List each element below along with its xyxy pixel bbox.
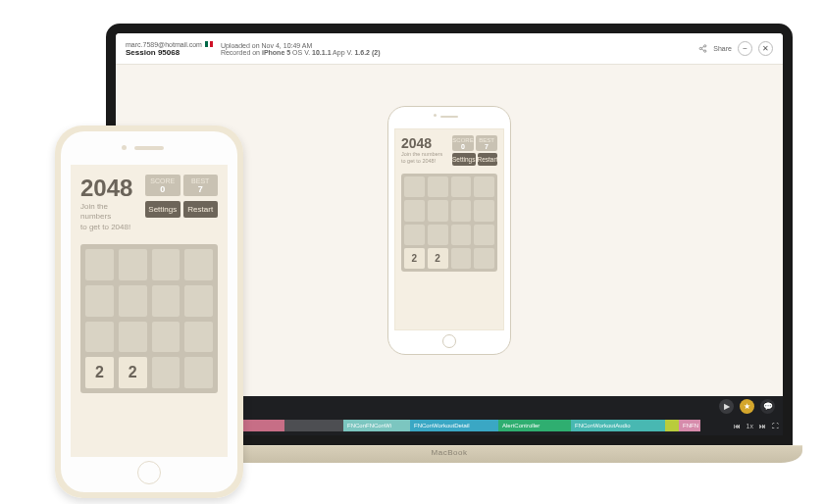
board-cell: 2	[85, 357, 114, 388]
minimize-button[interactable]: −	[738, 41, 752, 56]
session-header: marc.7589@hotmail.com Session 95068 Uplo…	[116, 33, 783, 65]
tile: 2	[85, 357, 114, 388]
timeline-segment[interactable]: FNFN	[679, 420, 700, 431]
board-cell: 2	[428, 248, 448, 269]
best-box: BEST 7	[476, 135, 497, 151]
board-cell	[152, 285, 180, 317]
board-cell	[184, 285, 213, 317]
timeline-segment[interactable]	[665, 420, 679, 431]
board-cell	[85, 322, 114, 353]
svg-line-3	[702, 46, 705, 48]
device-camera-icon	[122, 145, 127, 150]
best-box: BEST 7	[183, 175, 219, 196]
board-cell: 2	[404, 248, 425, 269]
timeline-segment[interactable]: AlertController	[498, 420, 571, 431]
board-cell	[451, 176, 472, 197]
board-cell	[474, 200, 494, 221]
board-cell	[184, 322, 213, 353]
board-cell	[428, 225, 448, 245]
device-home-button	[137, 461, 161, 484]
tile: 2	[404, 248, 425, 269]
device-mockup: 2048 Join the numbers to get to 2048! SC…	[55, 126, 243, 498]
board-cell	[152, 249, 180, 280]
fullscreen-button[interactable]: ⛶	[772, 423, 779, 429]
restart-button[interactable]: Restart	[478, 153, 498, 166]
svg-point-1	[699, 47, 701, 49]
board-cell	[404, 176, 425, 197]
board-cell	[119, 249, 147, 280]
board-cell	[474, 225, 494, 245]
board-cell	[474, 176, 494, 197]
tile: 2	[428, 248, 448, 269]
board-cell: 2	[119, 357, 147, 388]
board-cell	[184, 357, 213, 388]
settings-button[interactable]: Settings	[145, 201, 180, 218]
timeline-segment[interactable]	[284, 420, 343, 431]
close-button[interactable]: ✕	[758, 41, 773, 56]
board-cell	[451, 225, 472, 245]
board-cell	[119, 322, 147, 353]
timeline-segment[interactable]: FNConFNConWi	[343, 420, 410, 431]
comment-button[interactable]: 💬	[760, 399, 775, 414]
skip-forward-button[interactable]: ⏭	[759, 423, 766, 429]
preview-device-screen: 2048 Join the numbers to get to 2048! SC…	[394, 128, 504, 330]
game-title: 2048	[401, 135, 448, 151]
board-cell	[152, 357, 180, 388]
board-cell	[119, 285, 147, 317]
recorded-details: Recorded on iPhone 5 OS V. 10.1.1 App V.…	[221, 49, 691, 56]
preview-device-frame: 2048 Join the numbers to get to 2048! SC…	[387, 106, 511, 355]
restart-button[interactable]: Restart	[183, 201, 219, 218]
device-screen: 2048 Join the numbers to get to 2048! SC…	[71, 165, 228, 457]
svg-point-2	[704, 50, 706, 52]
country-flag-icon	[205, 41, 213, 47]
game-board[interactable]: 22	[401, 174, 497, 272]
board-cell	[404, 200, 425, 221]
share-icon[interactable]	[698, 44, 707, 54]
score-box: SCORE 0	[145, 175, 180, 196]
svg-point-0	[704, 44, 706, 46]
device-home-button	[442, 334, 456, 348]
timeline-segment[interactable]: FNConWorkoutAudio	[571, 420, 665, 431]
tile: 2	[119, 357, 147, 388]
board-cell	[404, 225, 425, 245]
board-cell	[152, 322, 180, 353]
star-button[interactable]: ★	[740, 399, 754, 414]
board-cell	[474, 248, 494, 269]
settings-button[interactable]: Settings	[452, 153, 476, 166]
device-speaker-icon	[134, 146, 164, 150]
session-id: Session 95068	[126, 48, 213, 57]
svg-line-4	[702, 49, 705, 51]
skip-back-button[interactable]: ⏮	[734, 423, 741, 429]
share-label[interactable]: Share	[713, 45, 732, 52]
board-cell	[428, 200, 448, 221]
game-subtitle: Join the numbers to get to 2048!	[80, 202, 139, 232]
board-cell	[85, 285, 114, 317]
board-cell	[451, 248, 472, 269]
game-board[interactable]: 22	[80, 244, 218, 393]
uploaded-timestamp: Uploaded on Nov 4, 10:49 AM	[221, 42, 691, 49]
board-cell	[428, 176, 448, 197]
device-speaker-icon	[440, 116, 458, 118]
board-cell	[451, 200, 472, 221]
timeline-segment[interactable]: FNConWorkoutDetail	[410, 420, 498, 431]
board-cell	[184, 249, 213, 280]
game-title: 2048	[80, 175, 139, 202]
user-email: marc.7589@hotmail.com	[126, 41, 202, 48]
play-button[interactable]: ▶	[719, 399, 734, 414]
board-cell	[85, 249, 114, 280]
game-subtitle: Join the numbers to get to 2048!	[401, 151, 448, 164]
speed-label[interactable]: 1x	[747, 423, 753, 429]
device-camera-icon	[434, 114, 437, 117]
score-box: SCORE 0	[452, 135, 474, 151]
